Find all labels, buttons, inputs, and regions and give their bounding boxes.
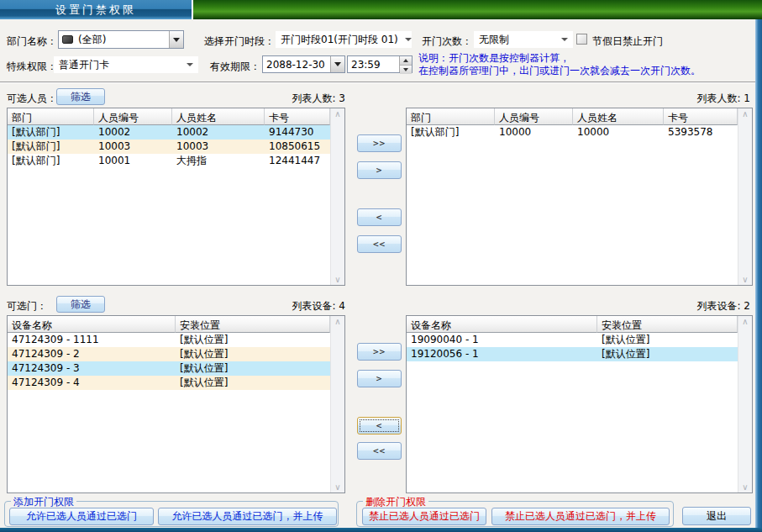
- holiday-forbid-label: 节假日禁止开门: [592, 34, 663, 49]
- scrollbar[interactable]: ∧∨: [330, 108, 344, 285]
- time-spin-up-button[interactable]: [400, 56, 412, 66]
- column-header[interactable]: 部门: [407, 108, 495, 125]
- table-row[interactable]: 19120056 - 1[默认位置]: [407, 347, 738, 361]
- column-header[interactable]: 安装位置: [176, 316, 330, 333]
- table-cell: [默认部门]: [8, 125, 94, 140]
- doors-available-count: 列表设备: 4: [177, 299, 345, 313]
- table-row[interactable]: 47124309 - 4[默认位置]: [8, 376, 330, 390]
- doors-move-right-button[interactable]: >: [357, 370, 402, 387]
- table-cell: 大拇指: [172, 154, 265, 168]
- doors-move-all-right-button[interactable]: >>: [357, 343, 402, 361]
- validity-label: 有效期限：: [210, 60, 260, 74]
- table-cell: 19120056 - 1: [407, 347, 597, 361]
- department-value: (全部): [76, 33, 169, 47]
- persons-available-table: 部门人员编号人员姓名卡号[默认部门]10002100029144730[默认部门…: [7, 108, 345, 286]
- add-permission-group: 添加开门权限 允许已选人员通过已选门 允许已选人员通过已选门，并上传: [4, 501, 339, 527]
- table-cell: 10002: [94, 125, 172, 140]
- dialog-title-tab[interactable]: 设置门禁权限: [0, 0, 192, 19]
- deny-selected-button[interactable]: 禁止已选人员通过已选门: [362, 508, 486, 525]
- allow-selected-upload-button[interactable]: 允许已选人员通过已选门，并上传: [158, 508, 337, 525]
- validity-date-picker[interactable]: 2088-12-30: [262, 55, 345, 73]
- allow-selected-button[interactable]: 允许已选人员通过已选门: [9, 508, 154, 525]
- table-row[interactable]: [默认部门]10002100029144730: [8, 125, 330, 140]
- exit-button[interactable]: 退出: [682, 507, 751, 525]
- table-cell: 47124309 - 3: [8, 361, 176, 376]
- scroll-down-icon[interactable]: ∨: [334, 275, 340, 284]
- persons-filter-button[interactable]: 筛选: [56, 88, 105, 105]
- department-select[interactable]: (全部): [58, 30, 184, 49]
- doors-selected-table: 设备名称安装位置19090040 - 1[默认位置]19120056 - 1[默…: [406, 315, 753, 493]
- persons-move-all-right-button[interactable]: >>: [357, 134, 402, 152]
- open-period-label: 选择开门时段：: [204, 34, 275, 49]
- column-header[interactable]: 人员编号: [94, 108, 172, 125]
- chevron-down-icon: [187, 63, 193, 70]
- table-cell: 47124309 - 2: [8, 347, 176, 361]
- validity-time-spinner[interactable]: 23:59: [347, 55, 413, 73]
- title-bar: 设置门禁权限: [0, 0, 762, 19]
- doors-available-table: 设备名称安装位置47124309 - 1111[默认位置]47124309 - …: [7, 315, 345, 493]
- table-cell: 9144730: [265, 125, 330, 140]
- column-header[interactable]: 人员姓名: [573, 108, 664, 125]
- persons-move-all-left-button[interactable]: <<: [357, 235, 402, 253]
- table-cell: 10000: [573, 125, 664, 140]
- chevron-down-icon: [334, 62, 341, 70]
- deny-selected-upload-button[interactable]: 禁止已选人员通过已选门，并上传: [491, 508, 670, 525]
- scrollbar[interactable]: ∧∨: [738, 316, 752, 492]
- persons-selected-count: 列表人数: 1: [585, 92, 750, 106]
- column-header[interactable]: 卡号: [265, 108, 330, 125]
- special-permission-value: 普通开门卡: [59, 58, 180, 72]
- scroll-down-icon[interactable]: ∨: [334, 482, 340, 492]
- open-period-select[interactable]: 开门时段01(开门时段 01): [276, 31, 412, 48]
- table-cell: 10001: [94, 154, 172, 168]
- persons-available-count: 列表人数: 3: [177, 92, 345, 106]
- open-count-select[interactable]: 无限制: [474, 31, 573, 48]
- scroll-down-icon[interactable]: ∨: [742, 482, 748, 492]
- column-header[interactable]: 部门: [8, 108, 94, 125]
- chevron-down-icon: [405, 38, 412, 45]
- table-row[interactable]: [默认部门]10000100005393578: [407, 125, 738, 140]
- table-cell: 10002: [172, 125, 265, 140]
- persons-move-left-button[interactable]: <: [357, 208, 402, 226]
- scroll-up-icon[interactable]: ∧: [334, 109, 340, 119]
- validity-date-value: 2088-12-30: [263, 59, 330, 71]
- special-permission-select[interactable]: 普通开门卡: [54, 56, 198, 73]
- table-cell: [默认部门]: [407, 125, 495, 140]
- scrollbar[interactable]: ∧∨: [330, 316, 344, 492]
- column-header[interactable]: 安装位置: [597, 316, 738, 333]
- time-spin-down-button[interactable]: [400, 66, 412, 74]
- holiday-forbid-checkbox[interactable]: [576, 34, 587, 45]
- table-row[interactable]: 47124309 - 1111[默认位置]: [8, 333, 330, 347]
- persons-move-right-button[interactable]: >: [357, 161, 402, 179]
- scrollbar[interactable]: ∧∨: [738, 108, 752, 285]
- table-cell: 12441447: [265, 154, 330, 168]
- table-row[interactable]: 47124309 - 3[默认位置]: [8, 361, 330, 376]
- chevron-down-icon: [173, 38, 180, 45]
- persons-available-label: 可选人员：: [7, 92, 57, 106]
- date-dropdown-button[interactable]: [330, 56, 344, 72]
- column-header[interactable]: 人员编号: [495, 108, 573, 125]
- department-dropdown-button[interactable]: [169, 31, 183, 48]
- chevron-down-icon: [561, 38, 568, 45]
- table-row[interactable]: 19090040 - 1[默认位置]: [407, 333, 738, 347]
- table-row[interactable]: [默认部门]10001大拇指12441447: [8, 154, 330, 168]
- column-header[interactable]: 设备名称: [8, 316, 176, 333]
- scroll-down-icon[interactable]: ∨: [742, 275, 748, 284]
- scroll-up-icon[interactable]: ∧: [334, 317, 340, 326]
- doors-move-all-left-button[interactable]: <<: [357, 442, 402, 460]
- table-cell: 47124309 - 4: [8, 376, 176, 390]
- column-header[interactable]: 人员姓名: [172, 108, 265, 125]
- column-header[interactable]: 设备名称: [407, 316, 597, 333]
- doors-move-left-button[interactable]: <: [357, 417, 402, 435]
- note-line-1: 说明：开门次数是按控制器计算，: [418, 52, 701, 65]
- column-header[interactable]: 卡号: [664, 108, 738, 125]
- table-row[interactable]: 47124309 - 2[默认位置]: [8, 347, 330, 361]
- table-row[interactable]: [默认部门]100031000310850615: [8, 140, 330, 154]
- chevron-up-icon: [403, 56, 408, 62]
- department-label: 部门名称：: [7, 34, 57, 49]
- scroll-up-icon[interactable]: ∧: [742, 317, 748, 326]
- doors-filter-button[interactable]: 筛选: [56, 296, 105, 313]
- scroll-up-icon[interactable]: ∧: [742, 109, 748, 119]
- open-count-label: 开门次数：: [422, 34, 472, 49]
- table-cell: [默认部门]: [8, 140, 94, 154]
- form-separator: [0, 82, 755, 83]
